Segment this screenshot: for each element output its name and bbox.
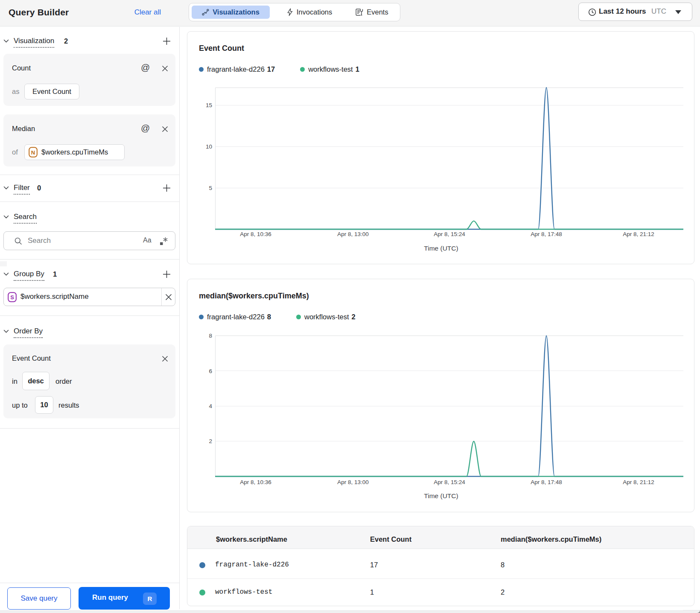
svg-text:Time (UTC): Time (UTC) [424, 492, 458, 499]
svg-text:6: 6 [209, 368, 212, 374]
svg-text:10: 10 [206, 143, 212, 150]
svg-text:Apr 8, 15:24: Apr 8, 15:24 [434, 479, 465, 485]
svg-text:5: 5 [209, 185, 212, 191]
svg-text:Apr 8, 10:36: Apr 8, 10:36 [240, 231, 271, 237]
svg-text:8: 8 [209, 333, 212, 339]
svg-text:Apr 8, 13:00: Apr 8, 13:00 [337, 231, 369, 237]
svg-text:Apr 8, 13:00: Apr 8, 13:00 [337, 479, 369, 485]
svg-text:Apr 8, 17:48: Apr 8, 17:48 [531, 479, 562, 485]
svg-text:Apr 8, 17:48: Apr 8, 17:48 [531, 231, 562, 237]
svg-text:N: N [31, 149, 35, 156]
svg-text:Apr 8, 21:12: Apr 8, 21:12 [623, 231, 654, 237]
svg-text:Apr 8, 21:12: Apr 8, 21:12 [623, 479, 654, 485]
svg-text:Apr 8, 10:36: Apr 8, 10:36 [240, 479, 271, 485]
svg-text:15: 15 [206, 102, 212, 108]
svg-text:Apr 8, 15:24: Apr 8, 15:24 [434, 231, 465, 237]
svg-text:Time (UTC): Time (UTC) [424, 245, 458, 252]
svg-text:2: 2 [209, 438, 212, 444]
svg-text:S: S [10, 294, 14, 301]
svg-text:4: 4 [209, 403, 212, 409]
